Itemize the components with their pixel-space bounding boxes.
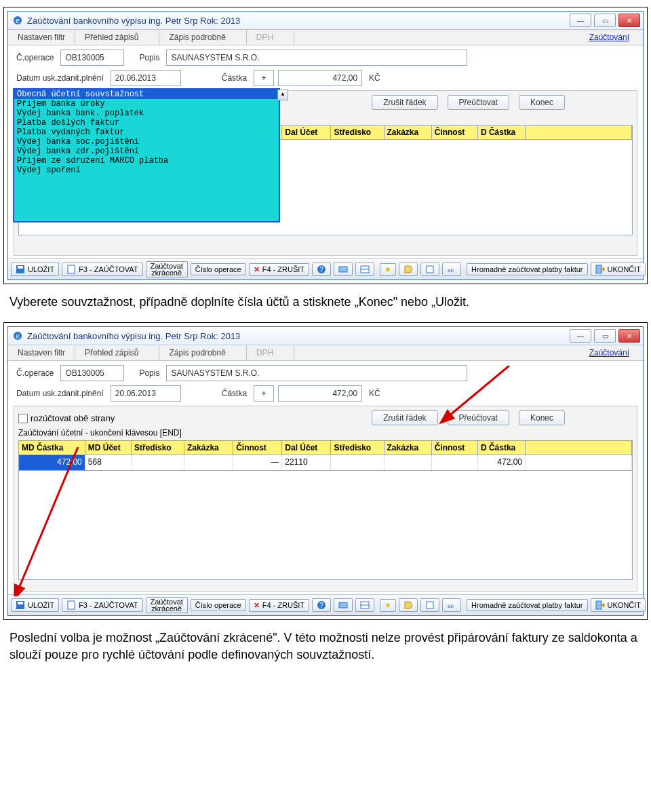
tab-prehled[interactable]: Přehled zápisů xyxy=(75,30,159,45)
maximize-button[interactable]: ▭ xyxy=(594,329,616,343)
minimize-button[interactable]: — xyxy=(570,329,591,343)
star-icon-button[interactable]: ★ xyxy=(380,599,396,612)
svg-rect-11 xyxy=(427,266,433,273)
tool-icon-4[interactable] xyxy=(420,263,439,276)
f3-zauctovat-button[interactable]: F3 - ZAÚČTOVAT xyxy=(62,263,142,276)
cell-md-ucet[interactable]: 568 xyxy=(85,455,132,470)
konec-button[interactable]: Konec xyxy=(519,95,565,110)
castka-label: Částka xyxy=(219,387,250,400)
rozuctovat-checkbox[interactable]: rozúčtovat obě strany xyxy=(18,413,115,424)
svg-marker-26 xyxy=(405,602,412,608)
souvstaznost-dropdown[interactable]: Obecná účetní souvstažnost Příjem banka … xyxy=(13,88,280,223)
tab-zauctovani-link[interactable]: Zaúčtování xyxy=(580,30,643,45)
zauctovat-zkracene-button[interactable]: Zaúčtovatzkráceně xyxy=(146,261,188,277)
minimize-button[interactable]: — xyxy=(570,14,591,27)
ukoncit-button[interactable]: UKONČIT xyxy=(591,598,646,612)
tool-icon-3[interactable] xyxy=(399,598,418,612)
hromadne-button[interactable]: Hromadně zaúčtovat platby faktur xyxy=(467,599,587,611)
castka-field[interactable]: 472,00 xyxy=(278,385,362,402)
grid-body[interactable] xyxy=(18,471,633,580)
tool-icon-5[interactable]: ab xyxy=(442,263,461,276)
find-icon xyxy=(425,265,435,274)
abc-icon: ab xyxy=(447,265,456,274)
tool-icon-1[interactable] xyxy=(334,598,353,612)
help-icon-button[interactable]: ? xyxy=(312,263,331,276)
list-item[interactable]: Obecná účetní souvstažnost xyxy=(14,90,279,99)
f4-zrusit-button[interactable]: ✕F4 - ZRUŠIT xyxy=(249,263,309,276)
list-item[interactable]: Výdej spoření xyxy=(14,166,279,175)
maximize-button[interactable]: ▭ xyxy=(594,14,616,27)
f4-zrusit-button[interactable]: ✕F4 - ZRUŠIT xyxy=(249,599,309,612)
svg-rect-19 xyxy=(18,602,23,604)
cell-dal-ucet[interactable]: 22110 xyxy=(282,455,331,470)
list-item[interactable]: Platba vydaných faktur xyxy=(14,128,279,137)
doc-icon xyxy=(66,600,76,610)
preuctovat-button[interactable]: Přeúčtovat xyxy=(448,410,509,425)
svg-text:ab: ab xyxy=(448,603,454,609)
star-icon-button[interactable]: ★ xyxy=(380,263,396,276)
preuctovat-button[interactable]: Přeúčtovat xyxy=(448,95,509,110)
konec-button[interactable]: Konec xyxy=(519,410,565,425)
castka-field[interactable]: 472,00 xyxy=(278,70,362,86)
list-item[interactable]: Výdej banka soc.pojištění xyxy=(14,137,279,147)
col-stredisko2: Středisko xyxy=(331,441,384,455)
datum-label: Datum usk.zdanit.plnění xyxy=(14,72,106,84)
tool-icon-2[interactable] xyxy=(355,598,374,612)
col-dal-ucet: Dal Účet xyxy=(282,125,331,139)
scroll-up-icon[interactable]: ▲ xyxy=(277,90,288,100)
list-item[interactable]: Výdej banka zdr.pojištění xyxy=(14,147,279,156)
datum-field[interactable]: 20.06.2013 xyxy=(111,70,181,86)
col-zakazka2: Zakázka xyxy=(384,125,432,139)
app-window-1: e Zaúčtování bankovního výpisu ing. Petr… xyxy=(7,11,644,280)
tab-zapis[interactable]: Zápis podrobně xyxy=(159,345,246,360)
help-icon-button[interactable]: ? xyxy=(312,598,331,612)
hint-label: Zaúčtování účetní - ukončení klávesou [E… xyxy=(18,428,633,438)
list-item[interactable]: Příjem banka úroky xyxy=(14,99,279,109)
hromadne-button[interactable]: Hromadně zaúčtovat platby faktur xyxy=(467,263,587,275)
tool-icon-4[interactable] xyxy=(420,598,439,612)
cislo-operace-button[interactable]: Číslo operace xyxy=(191,599,246,611)
zrusit-radek-button[interactable]: Zrušit řádek xyxy=(372,410,437,425)
tool-icon-2[interactable] xyxy=(355,263,374,276)
tab-zauctovani-link[interactable]: Zaúčtování xyxy=(580,345,643,360)
f3-zauctovat-button[interactable]: F3 - ZAÚČTOVAT xyxy=(62,598,142,612)
svg-text:e: e xyxy=(16,332,20,340)
cell-md-castka[interactable]: 472,00 xyxy=(19,455,85,470)
popis-field[interactable]: SAUNASYSTEM S.R.O. xyxy=(166,50,467,66)
form-area: Č.operace OB130005 Popis SAUNASYSTEM S.R… xyxy=(8,361,643,594)
app-icon: e xyxy=(12,15,23,26)
list-item[interactable]: Příjem ze sdružení MARCO platba xyxy=(14,156,279,166)
ulozit-button[interactable]: ULOŽIT xyxy=(11,598,59,612)
list-item[interactable]: Výdej banka bank. poplatek xyxy=(14,109,279,118)
grid-row[interactable]: 472,00 568 — 22110 472,00 xyxy=(18,455,633,471)
col-cinnost: Činnost xyxy=(233,441,282,455)
ulozit-button[interactable]: ULOŽIT xyxy=(11,263,59,276)
titlebar: e Zaúčtování bankovního výpisu ing. Petr… xyxy=(8,12,643,30)
tab-prehled[interactable]: Přehled zápisů xyxy=(75,345,159,360)
svg-rect-23 xyxy=(339,602,347,608)
svg-rect-27 xyxy=(427,602,433,608)
help-icon: ? xyxy=(317,265,326,274)
tab-filter[interactable]: Nastaven filtr xyxy=(8,345,75,360)
tag-icon xyxy=(403,600,413,610)
zrusit-radek-button[interactable]: Zrušit řádek xyxy=(372,95,437,110)
cislo-operace-button[interactable]: Číslo operace xyxy=(191,263,246,275)
coperace-field[interactable]: OB130005 xyxy=(60,50,124,66)
popis-field[interactable]: SAUNASYSTEM S.R.O. xyxy=(166,365,467,381)
list-item[interactable]: Platba došlých faktur xyxy=(14,118,279,128)
tool-icon-5[interactable]: ab xyxy=(442,598,461,612)
cell-d-castka[interactable]: 472,00 xyxy=(478,455,526,470)
tab-filter[interactable]: Nastaven filtr xyxy=(8,30,75,45)
close-button[interactable]: ✕ xyxy=(618,329,640,343)
ukoncit-button[interactable]: UKONČIT xyxy=(591,263,646,276)
close-button[interactable]: ✕ xyxy=(618,14,640,27)
exit-icon xyxy=(595,600,605,610)
coperace-field[interactable]: OB130005 xyxy=(60,365,124,381)
tab-dph: DPH xyxy=(247,345,294,360)
save-icon xyxy=(16,265,25,274)
tab-zapis[interactable]: Zápis podrobně xyxy=(159,30,246,45)
datum-field[interactable]: 20.06.2013 xyxy=(111,385,181,402)
tool-icon-1[interactable] xyxy=(334,263,353,276)
tool-icon-3[interactable] xyxy=(399,263,418,276)
zauctovat-zkracene-button[interactable]: Zaúčtovatzkráceně xyxy=(146,597,188,613)
